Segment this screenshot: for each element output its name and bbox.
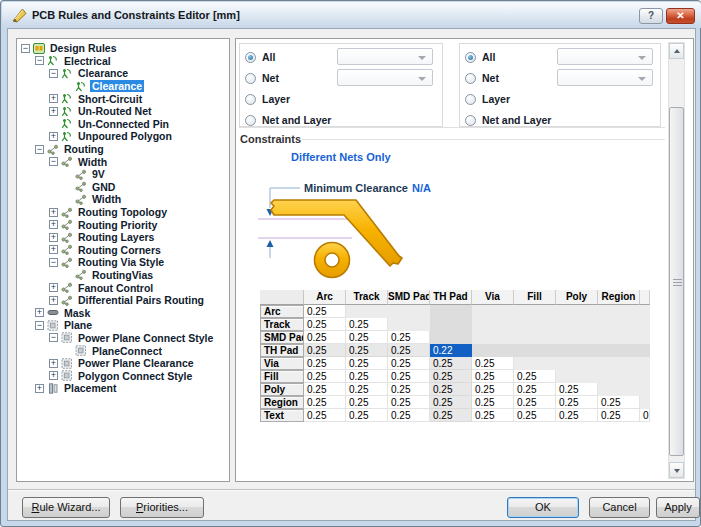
matrix-cell[interactable]: 0.25	[304, 344, 346, 357]
scope-option-all[interactable]: All	[245, 50, 275, 64]
scope-all-dropdown[interactable]	[557, 48, 653, 65]
matrix-cell[interactable]: 0.25	[346, 357, 388, 370]
collapse-icon[interactable]: −	[49, 333, 58, 342]
matrix-cell[interactable]	[388, 305, 430, 318]
scope-option-net[interactable]: Net	[465, 71, 499, 85]
collapse-icon[interactable]: −	[35, 145, 44, 154]
radio-icon[interactable]	[245, 94, 256, 105]
matrix-cell[interactable]	[514, 331, 556, 344]
expand-icon[interactable]: +	[49, 296, 58, 305]
expand-icon[interactable]: +	[49, 132, 58, 141]
matrix-cell[interactable]: 0.25	[388, 396, 430, 409]
matrix-cell[interactable]	[346, 305, 388, 318]
matrix-cell[interactable]: 0.25	[430, 357, 472, 370]
tree-item-electrical[interactable]: −Electrical	[19, 55, 227, 68]
expand-icon[interactable]: +	[49, 359, 58, 368]
collapse-icon[interactable]: −	[49, 69, 58, 78]
radio-icon[interactable]	[465, 115, 476, 126]
matrix-cell[interactable]: 0.25	[388, 383, 430, 396]
scope-option-layer[interactable]: Layer	[245, 92, 290, 106]
priorities-button[interactable]: Priorities...	[120, 497, 204, 518]
matrix-cell[interactable]: 0.25	[472, 396, 514, 409]
matrix-cell[interactable]: 0.25	[472, 357, 514, 370]
tree-item-differential-pairs-routing[interactable]: +Differential Pairs Routing	[19, 294, 227, 307]
tree-item-power-plane-connect-style[interactable]: −Power Plane Connect Style	[19, 332, 227, 345]
matrix-cell[interactable]	[640, 370, 650, 383]
matrix-cell[interactable]: 0.25	[598, 396, 640, 409]
matrix-cell[interactable]: 0.25	[514, 396, 556, 409]
matrix-cell[interactable]: 0.25	[346, 370, 388, 383]
matrix-cell[interactable]: 0.25	[472, 409, 514, 422]
matrix-cell[interactable]: 0.25	[598, 409, 640, 422]
matrix-cell[interactable]: 0.25	[304, 370, 346, 383]
matrix-cell[interactable]	[640, 331, 650, 344]
matrix-cell[interactable]	[598, 344, 640, 357]
matrix-cell[interactable]: 0.25	[472, 383, 514, 396]
matrix-cell[interactable]	[430, 318, 472, 331]
expand-icon[interactable]: +	[49, 94, 58, 103]
matrix-cell[interactable]	[640, 318, 650, 331]
tree-item-width[interactable]: −Width	[19, 155, 227, 168]
tree-item-routing[interactable]: −Routing	[19, 143, 227, 156]
matrix-cell[interactable]	[598, 383, 640, 396]
matrix-cell[interactable]	[598, 357, 640, 370]
matrix-cell[interactable]	[640, 305, 650, 318]
matrix-cell[interactable]: 0.	[640, 409, 650, 422]
matrix-cell[interactable]	[472, 318, 514, 331]
scope-option-layer[interactable]: Layer	[465, 92, 510, 106]
matrix-cell[interactable]	[514, 357, 556, 370]
tree-item-short-circuit[interactable]: +Short-Circuit	[19, 92, 227, 105]
collapse-icon[interactable]: −	[35, 56, 44, 65]
tree-item-width[interactable]: Width	[19, 193, 227, 206]
matrix-cell[interactable]	[388, 318, 430, 331]
matrix-cell[interactable]: 0.25	[304, 409, 346, 422]
tree-item-clearance[interactable]: Clearance	[19, 80, 227, 93]
tree-item-power-plane-clearance[interactable]: +Power Plane Clearance	[19, 357, 227, 370]
expand-icon[interactable]: +	[49, 220, 58, 229]
matrix-cell[interactable]	[640, 396, 650, 409]
matrix-cell[interactable]: 0.25	[346, 396, 388, 409]
matrix-cell[interactable]: 0.25	[514, 370, 556, 383]
radio-icon[interactable]	[245, 73, 256, 84]
matrix-cell[interactable]: 0.25	[304, 318, 346, 331]
matrix-cell[interactable]	[556, 305, 598, 318]
tree-item-mask[interactable]: +Mask	[19, 306, 227, 319]
matrix-cell[interactable]: 0.25	[556, 396, 598, 409]
matrix-cell[interactable]: 0.25	[346, 383, 388, 396]
expand-icon[interactable]: +	[49, 245, 58, 254]
matrix-cell[interactable]	[514, 305, 556, 318]
matrix-cell[interactable]: 0.25	[514, 383, 556, 396]
matrix-cell[interactable]	[640, 344, 650, 357]
matrix-cell[interactable]	[472, 344, 514, 357]
cancel-button[interactable]: Cancel	[589, 497, 650, 518]
scope-option-net-and-layer[interactable]: Net and Layer	[245, 113, 331, 127]
matrix-cell[interactable]	[556, 331, 598, 344]
matrix-cell[interactable]: 0.25	[430, 409, 472, 422]
matrix-cell[interactable]: 0.25	[346, 409, 388, 422]
tree-item-routing-corners[interactable]: +Routing Corners	[19, 244, 227, 257]
tree-item-unpoured-polygon[interactable]: +Unpoured Polygon	[19, 130, 227, 143]
tree-item-routing-via-style[interactable]: −Routing Via Style	[19, 256, 227, 269]
close-button[interactable]: ✕	[666, 8, 695, 24]
radio-icon[interactable]	[465, 73, 476, 84]
expand-icon[interactable]: +	[49, 107, 58, 116]
matrix-cell[interactable]: 0.25	[430, 396, 472, 409]
matrix-cell[interactable]: 0.25	[472, 370, 514, 383]
matrix-cell[interactable]	[598, 305, 640, 318]
tree-item-design-rules[interactable]: −Design Rules	[19, 42, 227, 55]
matrix-cell[interactable]	[430, 331, 472, 344]
matrix-cell[interactable]	[556, 344, 598, 357]
scope-option-net[interactable]: Net	[245, 71, 279, 85]
matrix-cell[interactable]: 0.25	[514, 409, 556, 422]
matrix-cell[interactable]: 0.25	[304, 357, 346, 370]
matrix-cell[interactable]	[556, 357, 598, 370]
matrix-cell[interactable]: 0.25	[304, 383, 346, 396]
matrix-cell[interactable]	[640, 383, 650, 396]
tree-item-un-connected-pin[interactable]: Un-Connected Pin	[19, 118, 227, 131]
matrix-cell[interactable]: 0.25	[346, 318, 388, 331]
radio-icon[interactable]	[245, 115, 256, 126]
matrix-cell[interactable]	[598, 370, 640, 383]
expand-icon[interactable]: +	[49, 233, 58, 242]
radio-icon[interactable]	[465, 94, 476, 105]
matrix-cell[interactable]: 0.25	[388, 357, 430, 370]
